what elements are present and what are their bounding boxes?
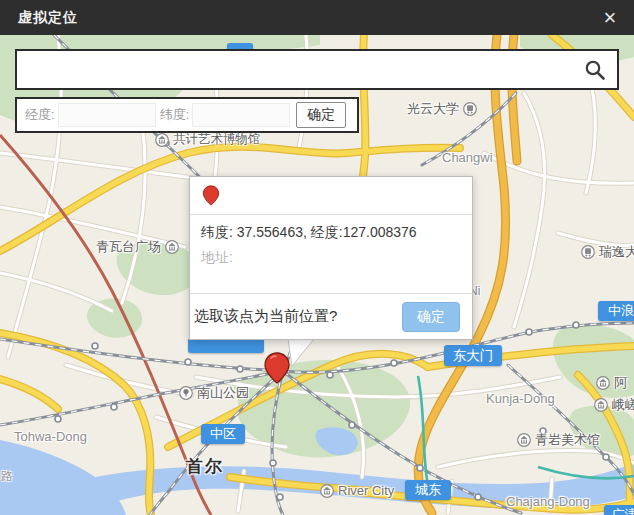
popup-footer: 选取该点为当前位置? 确定 bbox=[190, 293, 472, 339]
latitude-input[interactable] bbox=[192, 103, 290, 127]
popup-body: 纬度: 37.556463, 经度:127.008376 地址: bbox=[190, 215, 472, 267]
longitude-input[interactable] bbox=[58, 103, 156, 127]
poi-label-changwi: Changwi bbox=[442, 150, 493, 165]
poi-label-chajang-dong: Chajang-Dong bbox=[506, 494, 590, 509]
district-badge-chengdong: 城东 bbox=[405, 480, 451, 500]
district-badge-zhonglang: 中浪 bbox=[598, 301, 634, 321]
search-icon bbox=[583, 58, 607, 82]
window-titlebar: 虚拟定位 × bbox=[0, 0, 634, 35]
poi-label-ruiyi-univ: 瑞逸大 bbox=[581, 243, 634, 261]
museum-icon bbox=[517, 433, 531, 447]
latitude-label: 纬度: bbox=[160, 106, 190, 124]
popup-address-label: 地址: bbox=[201, 249, 462, 267]
metro-icon bbox=[463, 102, 477, 116]
poi-label-river-city: River City bbox=[320, 483, 394, 498]
landmark-icon bbox=[594, 398, 608, 412]
pin-icon bbox=[202, 183, 220, 208]
district-badge-guangjin: 广津区 bbox=[604, 505, 634, 515]
close-icon[interactable]: × bbox=[596, 4, 624, 32]
poi-label-art-museum: 共计艺术博物馆 bbox=[155, 131, 261, 148]
poi-label-echa: 峨嵯 bbox=[594, 396, 634, 414]
landmark-icon bbox=[320, 484, 334, 498]
poi-label-qingyan-museum: 青岩美术馆 bbox=[517, 431, 600, 449]
search-button[interactable] bbox=[573, 51, 617, 88]
popup-tail bbox=[280, 337, 320, 369]
poi-label-lu: 路 bbox=[1, 468, 13, 485]
museum-icon bbox=[155, 133, 169, 147]
poi-label-gwangun-univ: 光云大学 bbox=[407, 100, 477, 118]
poi-label-tohwa-dong: Tohwa-Dong bbox=[14, 429, 87, 444]
window-title: 虚拟定位 bbox=[18, 9, 78, 27]
district-badge-dongdamen: 东大门 bbox=[444, 345, 502, 366]
metro-icon bbox=[581, 245, 595, 259]
popup-confirm-button[interactable]: 确定 bbox=[402, 302, 460, 332]
landmark-icon bbox=[596, 376, 610, 390]
poi-label-namsan-park: 南山公园 bbox=[179, 384, 249, 402]
search-input[interactable] bbox=[17, 51, 573, 88]
poi-label-kunja-dong: Kunja-Dong bbox=[486, 391, 555, 406]
popup-header bbox=[190, 177, 472, 215]
district-badge-zhongqu: 中区 bbox=[201, 424, 245, 444]
popup-prompt-text: 选取该点为当前位置? bbox=[194, 307, 337, 326]
poi-label-qingwatai: 青瓦台广场 bbox=[96, 238, 179, 256]
search-bar bbox=[15, 49, 619, 90]
landmark-icon bbox=[165, 240, 179, 254]
tree-icon bbox=[179, 386, 193, 400]
location-popup: 纬度: 37.556463, 经度:127.008376 地址: 选取该点为当前… bbox=[189, 176, 473, 340]
poi-label-a: 阿 bbox=[596, 374, 627, 392]
road-badge bbox=[188, 338, 264, 353]
coordinates-bar: 经度: 纬度: 确定 bbox=[15, 97, 359, 133]
coordinates-confirm-button[interactable]: 确定 bbox=[296, 102, 346, 128]
city-label-seoul: 首尔 bbox=[186, 455, 224, 478]
popup-coordinates-text: 纬度: 37.556463, 经度:127.008376 bbox=[201, 224, 462, 242]
longitude-label: 经度: bbox=[25, 106, 55, 124]
